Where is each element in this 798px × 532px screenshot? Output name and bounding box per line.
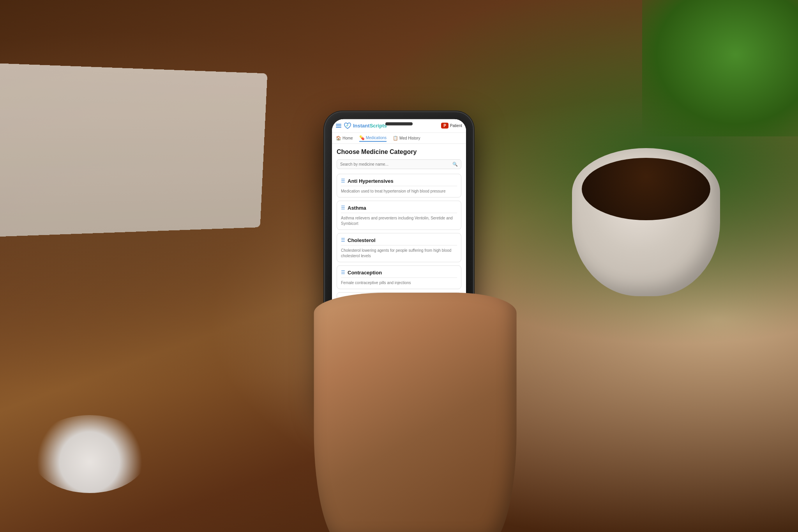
nav-bar: InstantScripts P Patient: [332, 119, 466, 133]
category-header: ☰ Contraception: [341, 269, 457, 275]
med-history-icon: 📋: [393, 135, 398, 140]
category-name: Contraception: [348, 269, 382, 275]
category-description: Medication used to treat hypertension of…: [341, 188, 457, 194]
category-card-anti-hypertensives[interactable]: ☰ Anti Hypertensives Medication used to …: [337, 173, 461, 197]
nav-item-home[interactable]: 🏠 Home: [336, 134, 353, 141]
category-description: Cholesterol lowering agents for people s…: [341, 247, 457, 258]
category-name: Anti Hypertensives: [348, 178, 394, 184]
category-header: ☰ Cholesterol: [341, 237, 457, 243]
earbuds-decoration: [31, 415, 148, 493]
patient-label: Patient: [450, 124, 462, 128]
category-description: Asthma relievers and preventers includin…: [341, 215, 457, 226]
nav-right: P Patient: [441, 123, 462, 129]
category-header: ☰ Asthma: [341, 205, 457, 210]
logo-text: InstantScripts: [353, 123, 387, 129]
search-input[interactable]: [340, 162, 452, 166]
nav-item-medications-label: Medications: [366, 135, 387, 140]
nav-item-medications[interactable]: 💊 Medications: [359, 134, 387, 141]
search-bar[interactable]: 🔍: [337, 159, 461, 169]
main-content: Choose Medicine Category 🔍 ☰ Anti Hypert…: [332, 143, 466, 310]
hamburger-menu-button[interactable]: [336, 124, 341, 127]
logo-heart-icon: [344, 122, 351, 129]
home-icon: 🏠: [336, 135, 341, 140]
category-card-asthma[interactable]: ☰ Asthma Asthma relievers and preventers…: [337, 200, 461, 230]
page-title: Choose Medicine Category: [337, 148, 461, 155]
category-name: Asthma: [348, 205, 366, 210]
search-icon[interactable]: 🔍: [452, 161, 458, 166]
category-card-cholesterol[interactable]: ☰ Cholesterol Cholesterol lowering agent…: [337, 233, 461, 262]
phone-speaker: [385, 122, 413, 125]
category-icon: ☰: [341, 270, 345, 275]
category-icon: ☰: [341, 237, 345, 243]
keyboard-decoration: [0, 63, 267, 237]
category-icon: ☰: [341, 178, 345, 184]
nav-item-med-history[interactable]: 📋 Med History: [393, 134, 420, 141]
medications-icon: 💊: [359, 135, 365, 140]
category-description: Female contraceptive pills and injection…: [341, 280, 457, 285]
category-name: Cholesterol: [348, 237, 376, 243]
nav-item-home-label: Home: [343, 136, 353, 140]
plant-decoration: [642, 0, 798, 136]
divider: [341, 277, 457, 277]
hand-shape: [314, 293, 517, 532]
divider: [341, 186, 457, 186]
divider: [341, 245, 457, 245]
divider: [341, 212, 457, 213]
logo-area: InstantScripts: [344, 122, 387, 129]
category-icon: ☰: [341, 205, 345, 210]
nav-left: InstantScripts: [336, 122, 387, 129]
secondary-nav: 🏠 Home 💊 Medications 📋 Med History: [332, 133, 466, 143]
nav-item-med-history-label: Med History: [399, 136, 420, 140]
category-header: ☰ Anti Hypertensives: [341, 178, 457, 184]
patient-badge: P: [441, 123, 448, 129]
coffee-cup-decoration: [572, 148, 720, 296]
category-card-contraception[interactable]: ☰ Contraception Female contraceptive pil…: [337, 265, 461, 289]
